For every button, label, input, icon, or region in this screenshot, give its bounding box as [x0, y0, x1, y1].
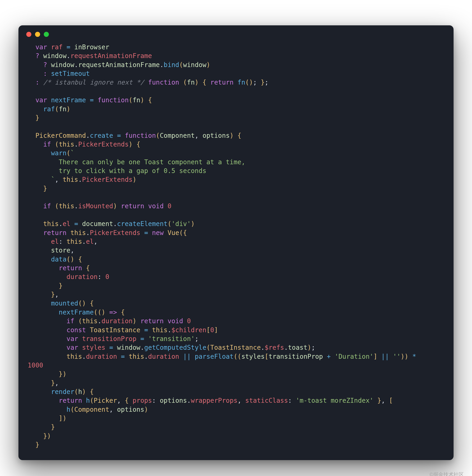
- code-token: [: [206, 326, 210, 334]
- window-maximize-icon[interactable]: [44, 32, 49, 37]
- code-token: function: [148, 79, 179, 86]
- code-token: this: [43, 220, 59, 228]
- code-line: if (this.duration) return void 0: [28, 317, 191, 325]
- code-line: try to click with a gap of 0.5 seconds: [28, 167, 206, 175]
- code-token: store: [51, 247, 70, 254]
- code-token: [86, 326, 90, 334]
- code-token: createElement: [117, 220, 168, 228]
- code-token: (: [168, 220, 172, 228]
- code-token: [82, 397, 86, 404]
- code-token: nextFrame: [51, 96, 86, 104]
- code-token: return: [43, 229, 66, 237]
- code-token: document: [82, 220, 113, 228]
- code-token: [183, 317, 187, 325]
- code-token: .: [78, 176, 82, 183]
- code-line: PickerCommand.create = function(Componen…: [28, 132, 241, 139]
- code-editor[interactable]: var raf = inBrowser ? window.requestAnim…: [18, 39, 454, 452]
- code-token: [28, 282, 59, 289]
- code-token: 'transition': [148, 335, 195, 343]
- code-token: this: [63, 176, 78, 183]
- code-line: var styles = window.getComputedStyle(Toa…: [28, 344, 315, 351]
- code-token: var: [35, 43, 47, 51]
- code-line: ? window.requestAnimationFrame: [28, 52, 152, 60]
- code-token: [28, 388, 51, 396]
- code-token: PickerExtends: [90, 229, 140, 237]
- code-token: bind: [164, 61, 179, 69]
- code-token: [70, 220, 74, 228]
- code-token: [28, 229, 43, 237]
- code-token: [233, 79, 237, 86]
- code-token: [140, 229, 144, 237]
- code-token: [113, 344, 117, 351]
- code-token: h: [78, 388, 82, 396]
- code-token: [206, 79, 210, 86]
- code-token: }: [43, 432, 47, 440]
- code-token: [28, 370, 59, 378]
- code-token: 1000: [28, 361, 43, 369]
- window-close-icon[interactable]: [26, 32, 31, 37]
- code-token: fn: [133, 96, 140, 104]
- code-token: ): [249, 79, 253, 86]
- code-token: [28, 308, 59, 316]
- code-token: [28, 423, 51, 431]
- code-token: ?: [43, 61, 47, 69]
- code-token: [179, 79, 183, 86]
- code-token: [129, 397, 133, 404]
- code-token: [389, 353, 393, 360]
- code-token: this: [70, 229, 86, 237]
- code-token: ;: [264, 79, 268, 86]
- code-token: (: [129, 96, 133, 104]
- code-token: :: [288, 397, 296, 404]
- code-token: return: [140, 317, 164, 325]
- code-token: [28, 149, 51, 157]
- code-token: function: [98, 96, 129, 104]
- code-line: nextFrame(() => {: [28, 308, 125, 316]
- window-minimize-icon[interactable]: [35, 32, 40, 37]
- code-token: '': [393, 353, 401, 360]
- code-line: render(h) {: [28, 388, 94, 396]
- code-token: (: [55, 202, 59, 210]
- code-token: =>: [109, 308, 117, 316]
- code-token: [86, 300, 90, 307]
- code-token: [28, 105, 43, 113]
- watermark-text: ©掘金技术社区: [430, 471, 464, 476]
- code-token: [78, 344, 82, 351]
- code-token: wrapperProps: [191, 397, 237, 404]
- code-token: }: [59, 370, 63, 378]
- code-token: window: [117, 344, 140, 351]
- code-token: [51, 202, 55, 210]
- code-token: `: [70, 149, 74, 157]
- code-token: }: [59, 282, 63, 289]
- code-token: [28, 264, 59, 272]
- code-line: return {: [28, 264, 90, 272]
- code-token: ): [230, 132, 234, 139]
- code-line: }: [28, 441, 39, 449]
- code-token: (: [90, 397, 94, 404]
- code-line: warn(`: [28, 149, 74, 157]
- code-token: [105, 344, 109, 351]
- code-token: [137, 317, 140, 325]
- code-token: }: [51, 379, 55, 387]
- code-token: [28, 273, 67, 281]
- code-token: (: [183, 79, 187, 86]
- code-token: .: [74, 140, 78, 148]
- code-token: ,: [94, 238, 98, 245]
- code-token: const: [67, 326, 86, 334]
- code-token: if: [43, 202, 51, 210]
- code-line: raf(fn): [28, 105, 70, 113]
- code-token: (: [78, 317, 82, 325]
- code-token: [28, 317, 67, 325]
- code-token: ): [129, 140, 133, 148]
- code-token: (: [179, 229, 183, 237]
- code-token: ): [70, 255, 74, 263]
- code-line: }: [28, 185, 47, 192]
- code-token: (: [98, 308, 101, 316]
- code-token: var: [67, 335, 78, 343]
- code-token: 0: [105, 273, 109, 281]
- code-token: [140, 326, 144, 334]
- code-token: [148, 229, 152, 237]
- code-token: (: [94, 308, 98, 316]
- code-token: ,: [55, 379, 59, 387]
- code-token: [117, 353, 121, 360]
- code-token: ,: [195, 132, 203, 139]
